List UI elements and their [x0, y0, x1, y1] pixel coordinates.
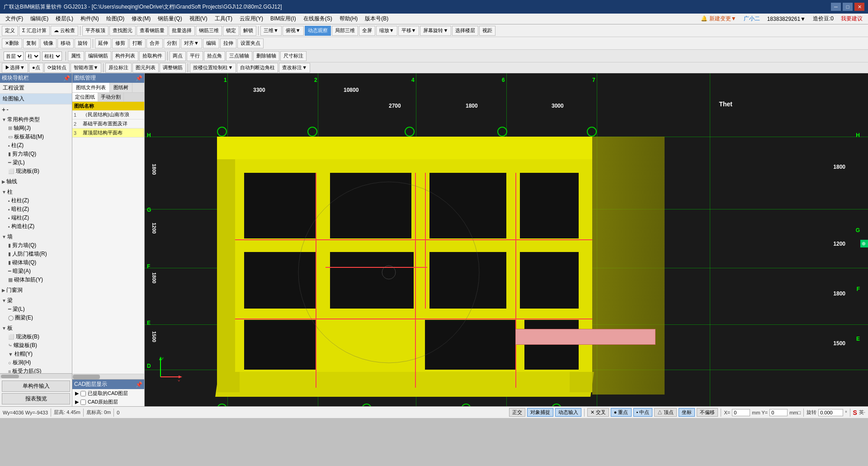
element-subtype-select[interactable]: 框柱 [42, 52, 62, 61]
view-distance-btn[interactable]: 视距 [479, 26, 495, 36]
delete-axis-btn[interactable]: 删除辅轴 [253, 51, 279, 61]
drawing-row-3[interactable]: 3 屋顶层结构平面布 [72, 128, 144, 138]
tree-item-col-z[interactable]: ▪柱柱(Z) [0, 196, 72, 205]
zoom-btn[interactable]: 缩放▼ [376, 26, 397, 36]
cloud-check-btn[interactable]: ☁ 云检查 [51, 26, 78, 36]
tree-item-beam[interactable]: ━梁(L) [0, 158, 72, 167]
expand-icon[interactable]: + [2, 106, 5, 113]
menu-element[interactable]: 构件(N) [77, 14, 103, 24]
rotate-btn[interactable]: 旋转 [75, 38, 91, 48]
select-floor-btn[interactable]: 选择楼层 [452, 26, 478, 36]
rotate-point-btn[interactable]: ⟳旋转点 [44, 63, 70, 73]
tree-item-raft[interactable]: ▭板板基础(M) [0, 133, 72, 141]
coord-btn[interactable]: 坐标 [679, 408, 695, 417]
y-input[interactable] [769, 409, 788, 416]
middle-hscrollbar[interactable] [72, 374, 144, 379]
menu-help[interactable]: 帮助(H) [336, 14, 362, 24]
tree-item-slab-hole[interactable]: ○板洞(H) [0, 358, 72, 367]
place-column-btn[interactable]: 按楼位置绘制柱▼ [190, 63, 236, 73]
tree-item-struct-col[interactable]: ▪构造柱(Z) [0, 222, 72, 231]
unlock-btn[interactable]: 解锁 [240, 26, 256, 36]
menu-tools[interactable]: 工具(T) [211, 14, 236, 24]
menu-version[interactable]: 版本号(B) [361, 14, 392, 24]
copy-btn[interactable]: 复制 [23, 38, 39, 48]
tree-group-beam-header[interactable]: ▼ 梁 [0, 296, 72, 305]
check-modify-btn[interactable]: 查改标注▼ [279, 63, 310, 73]
vertex-btn[interactable]: △ 顶点 [654, 408, 677, 417]
move-btn[interactable]: 移动 [57, 38, 74, 48]
point-btn[interactable]: ●点 [29, 63, 43, 73]
pick-angle-btn[interactable]: 拾点角 [204, 51, 225, 61]
edit-rebar-btn[interactable]: 编辑钢筋 [85, 51, 111, 61]
delete-btn[interactable]: ✕删除 [2, 38, 22, 48]
cad-pin[interactable]: 📌 [136, 381, 142, 388]
menu-view[interactable]: 视图(V) [186, 14, 211, 24]
summarize-btn[interactable]: Σ 汇总计算 [19, 26, 50, 36]
edit-btn[interactable]: 编辑 [203, 38, 219, 48]
menu-file[interactable]: 文件(F) [2, 14, 27, 24]
set-vertex-btn[interactable]: 设置夹点 [237, 38, 264, 48]
element-list2-btn[interactable]: 图元列表 [132, 63, 159, 73]
dynamic-input-btn[interactable]: 动态输入 [555, 408, 581, 417]
x-input[interactable] [732, 409, 750, 416]
cad-check-extracted[interactable] [80, 391, 86, 396]
drawing-row-1[interactable]: 1 （民居结构)山南市浪 [72, 110, 144, 119]
report-preview-btn[interactable]: 报表预览 [2, 393, 70, 404]
tree-group-col-header[interactable]: ▼ 柱 [0, 188, 72, 196]
minimize-button[interactable]: ─ [831, 3, 841, 11]
tree-item-cast-slab[interactable]: ⬜现浇板(B) [0, 333, 72, 341]
dynamic-view-btn[interactable]: 动态观察 [305, 26, 331, 36]
tree-item-brick-wall[interactable]: ▮砌体墙(Q) [0, 258, 72, 267]
phone-btn[interactable]: 18383829261▼ [764, 15, 809, 23]
new-change-btn[interactable]: 🔔 新建变更▼ [697, 14, 740, 24]
menu-online[interactable]: 在线服务(S) [300, 14, 336, 24]
3d-btn[interactable]: 三维▼ [260, 26, 282, 36]
nav-draw-input[interactable]: 绘图输入 [0, 94, 72, 105]
tree-item-dark-beam[interactable]: ━暗梁(A) [0, 267, 72, 276]
dimension-btn[interactable]: 尺寸标注 [280, 51, 307, 61]
find-element-btn[interactable]: 查找图元 [109, 26, 136, 36]
tree-item-hidden-col[interactable]: ▪暗柱(Z) [0, 205, 72, 214]
pan-btn[interactable]: 平移▼ [398, 26, 420, 36]
menu-cloud[interactable]: 云应用(Y) [236, 14, 267, 24]
element-list-btn[interactable]: 构件列表 [112, 51, 138, 61]
inplace-label-btn[interactable]: 原位标注 [105, 63, 132, 73]
properties-btn[interactable]: 属性 [68, 51, 84, 61]
single-element-btn[interactable]: 单构件输入 [2, 380, 70, 392]
split-btn[interactable]: 分割 [164, 38, 180, 48]
xiao-er-btn[interactable]: 广小二 [740, 14, 764, 24]
midpoint-btn[interactable]: • 中点 [633, 408, 653, 417]
element-type-select[interactable]: 柱 [25, 52, 40, 61]
tree-item-ring-beam[interactable]: ◯圈梁(E) [0, 314, 72, 322]
tab-drawing-list[interactable]: 图纸文件列表 [72, 83, 110, 92]
lock-btn[interactable]: 锁定 [223, 26, 239, 36]
maximize-button[interactable]: □ [843, 3, 853, 11]
extend-btn[interactable]: 延伸 [95, 38, 111, 48]
batch-select-btn[interactable]: 批量选择 [169, 26, 195, 36]
auto-corner-btn[interactable]: 自动判断边角柱 [237, 63, 278, 73]
tree-item-shearwall2[interactable]: ▮剪力墙(Q) [0, 241, 72, 250]
expand-arrow-cad2[interactable]: ▶ [75, 399, 79, 405]
two-point-btn[interactable]: 两点 [170, 51, 186, 61]
define-btn[interactable]: 定义 [2, 26, 18, 36]
orthogonal-btn[interactable]: 正交 [509, 408, 525, 417]
drag-btn[interactable]: 拉伸 [220, 38, 236, 48]
trim-btn[interactable]: 修剪 [112, 38, 128, 48]
snap-btn[interactable]: 对象捕捉 [527, 408, 553, 417]
align-btn[interactable]: 对齐▼ [181, 38, 202, 48]
view-rebar-btn[interactable]: 查看钢筋量 [137, 26, 168, 36]
nav-pin-icon[interactable]: 📌 [63, 75, 70, 81]
parallel-btn[interactable]: 平行 [187, 51, 203, 61]
mirror-btn[interactable]: 镜像 [40, 38, 57, 48]
tab-drawing-tree[interactable]: 图纸树 [110, 83, 132, 92]
tree-item-col[interactable]: ▪柱(Z) [0, 141, 72, 150]
menu-modify[interactable]: 修改(M) [128, 14, 154, 24]
tree-group-slab-header[interactable]: ▼ 板 [0, 324, 72, 333]
smart-layout-btn[interactable]: 智能布置▼ [71, 63, 102, 73]
tree-item-airdef-wall[interactable]: ▮人防门槛墙(R) [0, 250, 72, 258]
tab-manual-split[interactable]: 手动分割 [98, 93, 124, 101]
print-btn[interactable]: 打断 [129, 38, 146, 48]
three-point-axis-btn[interactable]: 三点辅轴 [226, 51, 252, 61]
menu-floor[interactable]: 楼层(L) [52, 14, 77, 24]
pick-element-btn[interactable]: 拾取构件 [139, 51, 165, 61]
